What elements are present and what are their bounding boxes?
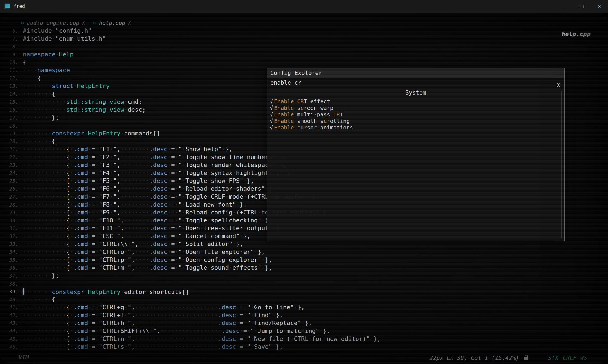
code-line[interactable]: 35.············{·.cmd·=·"CTRL+p·",····.d… — [7, 256, 381, 264]
config-option[interactable]: √Enable screen warp — [270, 105, 564, 111]
maximize-button[interactable]: □ — [573, 0, 591, 13]
lock-icon — [524, 357, 528, 360]
code-line[interactable]: 44.············{·.cmd·=·"CTRL+SHIFT+\\·"… — [7, 327, 381, 335]
line-number: 30. — [7, 217, 23, 223]
code-line-text: ············{·.cmd·=·"CTRL+SHIFT+\\·",··… — [23, 327, 330, 334]
tab-bar: C+audio-engine.cppXC+help.cppX — [21, 20, 131, 26]
code-line-text: ········}; — [23, 114, 59, 121]
code-line[interactable]: 6.#include·"config.h" — [7, 27, 381, 35]
minimize-button[interactable]: – — [556, 0, 573, 13]
code-line-text: ············{·.cmd·=·"F4·",········.desc… — [23, 169, 294, 176]
line-number: 31. — [7, 225, 23, 231]
line-number: 37. — [7, 273, 23, 279]
config-search-input[interactable]: enable cr — [267, 78, 564, 88]
line-number: 19. — [7, 131, 23, 136]
line-number: 6. — [7, 28, 23, 34]
line-number: 28. — [7, 202, 23, 208]
code-line-text: ········{ — [23, 138, 55, 145]
code-line[interactable]: 45.············{·.cmd·=·"CTRL+n·",······… — [7, 335, 381, 343]
config-option[interactable]: √Enable cursor animations — [270, 124, 564, 131]
match-highlight: Enable — [274, 98, 294, 105]
popup-scrollbar[interactable] — [561, 91, 562, 238]
code-line[interactable]: 8. — [7, 43, 381, 50]
code-line[interactable]: 42.············{·.cmd·=·"CTRL+f·",······… — [7, 311, 381, 319]
window-controls: – □ × — [556, 0, 608, 13]
code-line-text: #include·"config.h" — [23, 27, 92, 34]
code-line-text: ············{·.cmd·=·"CTRL+g·",·········… — [23, 304, 305, 311]
code-line[interactable]: 41.············{·.cmd·=·"CTRL+g·",······… — [7, 303, 381, 311]
option-text — [294, 124, 297, 131]
code-line-text: #include·"enum-utils.h" — [23, 35, 106, 42]
code-line[interactable]: 7.#include·"enum-utils.h" — [7, 35, 381, 43]
code-line-text: ············{·.cmd·=·"CTRL+\\·",···.desc… — [23, 241, 243, 247]
code-line-text: ············{·.cmd·=·"CTRL+m·",····.desc… — [23, 264, 272, 271]
line-number: 41. — [7, 304, 23, 310]
match-highlight: r — [304, 124, 307, 131]
code-line-text: ············{·.cmd·=·"CTRL+n·",·········… — [23, 335, 381, 342]
line-number: 21. — [7, 146, 23, 152]
tab-audio-engine-cpp[interactable]: C+audio-engine.cppX — [21, 20, 85, 26]
line-number: 27. — [7, 194, 23, 200]
tab-close-button[interactable]: X — [82, 20, 85, 26]
code-line[interactable]: 46.············{·.cmd·=·"CTRL+s·",······… — [7, 343, 381, 351]
line-number: 17. — [7, 115, 23, 121]
code-line[interactable]: 40.········{ — [7, 295, 381, 303]
code-line[interactable]: 9.namespace·Help — [7, 50, 381, 58]
code-line-text: { — [23, 59, 26, 66]
match-highlight: Enable — [274, 124, 294, 131]
code-line-text: namespace·Help — [23, 51, 73, 58]
tab-help-cpp[interactable]: C+help.cppX — [93, 20, 131, 26]
code-line-text: ············{·.cmd·=·"F10·",·······.desc… — [23, 217, 272, 224]
option-text — [294, 98, 297, 105]
encoding-status: STX — [548, 355, 558, 361]
line-number: 8. — [7, 44, 23, 50]
line-number: 33. — [7, 241, 23, 247]
code-line[interactable]: 38. — [7, 280, 381, 287]
text-cursor — [23, 288, 24, 295]
line-number: 45. — [7, 336, 23, 342]
match-highlight: CR — [333, 111, 340, 118]
match-highlight: c — [297, 124, 300, 131]
config-option-list: √Enable CRT effect√Enable screen warp√En… — [267, 98, 564, 131]
code-line[interactable]: 43.············{·.cmd·=·"CTRL+h·",······… — [7, 319, 381, 327]
code-line-text: ········constexpr·HelpEntry·commands[] — [23, 130, 160, 137]
code-line-text: ············{·.cmd·=·"CTRL+f·",·········… — [23, 312, 283, 318]
checkmark-icon: √ — [270, 124, 273, 131]
popup-close-icon[interactable]: X — [557, 82, 560, 88]
config-section-header: System — [267, 88, 564, 98]
line-number: 43. — [7, 320, 23, 326]
code-line[interactable]: 39.········constexpr·HelpEntry·editor_sh… — [7, 287, 381, 295]
checkmark-icon: √ — [270, 111, 273, 118]
line-number: 26. — [7, 186, 23, 192]
line-number: 13. — [7, 83, 23, 89]
cursor-position-status: 22px Ln 39, Col 1 (15.42%) — [429, 355, 519, 361]
match-highlight: Enable — [274, 111, 294, 118]
line-number: 15. — [7, 99, 23, 105]
current-file-overlay: help.cpp — [562, 31, 591, 37]
line-number: 38. — [7, 281, 23, 287]
code-line-text: ············std::string_view·cmd; — [23, 98, 142, 105]
option-text: T effect — [304, 98, 330, 105]
line-number: 7. — [7, 36, 23, 42]
line-number: 40. — [7, 296, 23, 302]
config-option[interactable]: √Enable CRT effect — [270, 98, 564, 105]
code-line-text: ····namespace — [23, 67, 70, 74]
tab-close-button[interactable]: X — [128, 20, 131, 26]
code-line-text: ········{ — [23, 90, 55, 97]
line-number: 36. — [7, 265, 23, 271]
checkmark-icon: √ — [270, 118, 273, 124]
option-text: s — [294, 105, 300, 111]
close-button[interactable]: × — [591, 0, 608, 13]
code-line[interactable]: 10.{ — [7, 58, 381, 66]
config-option[interactable]: √Enable multi-pass CRT — [270, 111, 564, 118]
code-line-text: ········}; — [23, 272, 59, 279]
code-line-text: ············{·.cmd·=·"CTRL+p·",····.desc… — [23, 256, 272, 263]
match-highlight: cr — [300, 105, 307, 111]
whitespace-status: WS — [580, 355, 587, 361]
code-line[interactable]: 37.········}; — [7, 272, 381, 280]
option-text: sor animations — [307, 124, 353, 131]
config-option[interactable]: √Enable smooth scrolling — [270, 118, 564, 124]
code-line[interactable]: 36.············{·.cmd·=·"CTRL+m·",····.d… — [7, 264, 381, 272]
code-line-text: ············{·.cmd·=·"F11·",·······.desc… — [23, 225, 283, 232]
code-line[interactable]: 34.············{·.cmd·=·"CTRL+o·",····.d… — [7, 248, 381, 256]
